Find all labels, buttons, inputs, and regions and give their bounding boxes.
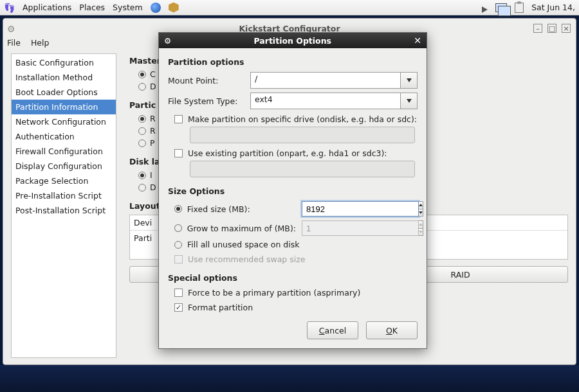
chevron-down-icon (407, 99, 412, 103)
window-maximize-button[interactable]: □ (547, 24, 556, 33)
onpart-label: Use existing partition (onpart, e.g. hda… (188, 148, 387, 158)
size-fixed-up[interactable] (419, 201, 423, 209)
asprimary-label: Force to be a primary partition (asprima… (188, 288, 360, 298)
fstype-label: File System Type: (168, 96, 244, 106)
partic-radio-1-label: R (150, 126, 156, 136)
window-minimize-button[interactable]: – (533, 24, 542, 33)
window-close-button[interactable]: × (562, 24, 571, 33)
size-options-heading: Size Options (168, 186, 418, 196)
sidebar-item-bootloader[interactable]: Boot Loader Options (12, 85, 116, 100)
size-fixed-label: Fixed size (MB): (187, 204, 297, 214)
partition-options-heading: Partition options (168, 57, 418, 67)
cancel-button[interactable]: Cancel (307, 321, 358, 339)
package-manager-icon[interactable] (169, 3, 179, 13)
chevron-down-icon (419, 231, 423, 233)
clipboard-icon[interactable] (515, 3, 524, 13)
mount-point-combo[interactable]: / (250, 72, 401, 89)
size-fixed-radio[interactable] (174, 205, 182, 213)
dialog-app-icon: ⚙ (164, 36, 171, 46)
distro-icon: 👣 (4, 3, 15, 13)
dialog-close-button[interactable]: ✕ (414, 35, 421, 46)
section-sidebar: Basic Configuration Installation Method … (11, 53, 116, 358)
partic-radio-2[interactable] (138, 139, 146, 147)
format-label: Format partition (188, 303, 253, 312)
size-grow-radio[interactable] (174, 224, 182, 232)
sidebar-item-install[interactable]: Installation Method (12, 70, 116, 85)
sidebar-item-auth[interactable]: Authentication (12, 129, 116, 144)
ondisk-input (190, 127, 415, 143)
dialog-title: Partition Options (171, 36, 414, 46)
panel-menu-applications[interactable]: Applications (23, 3, 71, 12)
sidebar-item-basic[interactable]: Basic Configuration (12, 55, 116, 70)
layout-col-1: Devi (134, 218, 152, 227)
ondisk-label: Make partition on specific drive (ondisk… (188, 114, 417, 124)
sidebar-item-postscript[interactable]: Post-Installation Script (12, 203, 116, 218)
disk-radio-0[interactable] (138, 172, 146, 179)
chevron-down-icon (407, 78, 412, 82)
disk-radio-0-label: I (150, 170, 152, 180)
size-fill-radio[interactable] (174, 241, 182, 249)
sidebar-item-firewall[interactable]: Firewall Configuration (12, 144, 116, 159)
panel-menu-system[interactable]: System (113, 3, 143, 12)
menu-file[interactable]: File (7, 38, 21, 48)
onpart-input (190, 161, 415, 177)
fstype-combo[interactable]: ext4 (250, 93, 401, 109)
sidebar-item-display[interactable]: Display Configuration (12, 159, 116, 174)
swap-label: Use recommended swap size (188, 254, 305, 264)
menu-help[interactable]: Help (31, 38, 50, 48)
sidebar-item-network[interactable]: Network Configuration (12, 114, 116, 129)
size-fixed-down[interactable] (419, 209, 423, 217)
size-fill-label: Fill all unused space on disk (187, 240, 299, 249)
sidebar-item-partition[interactable]: Partition Information (12, 100, 116, 114)
sidebar-item-packages[interactable]: Package Selection (12, 174, 116, 188)
size-fixed-input[interactable] (302, 201, 419, 217)
special-options-heading: Special options (168, 273, 418, 283)
size-grow-label: Grow to maximum of (MB): (187, 224, 297, 233)
browser-icon[interactable] (151, 3, 161, 13)
ondisk-checkbox[interactable] (174, 115, 183, 123)
network-icon[interactable] (495, 3, 507, 12)
partic-radio-2-label: P (150, 138, 155, 148)
partic-radio-0-label: R (150, 114, 156, 123)
layout-col-2: Parti (134, 233, 152, 243)
partic-radio-0[interactable] (138, 115, 146, 123)
gnome-panel: 👣 Applications Places System Sat Jun 14, (0, 0, 579, 15)
sidebar-item-prescript[interactable]: Pre-Installation Script (12, 188, 116, 203)
chevron-up-icon (419, 204, 423, 206)
panel-menu-places[interactable]: Places (79, 3, 105, 12)
mount-point-label: Mount Point: (168, 76, 244, 85)
ok-button[interactable]: OK (366, 321, 418, 339)
format-checkbox[interactable] (174, 303, 183, 312)
onpart-checkbox[interactable] (174, 149, 183, 157)
master-radio-0-label: C (150, 69, 156, 79)
panel-clock[interactable]: Sat Jun 14, (531, 3, 575, 12)
disk-radio-1-label: D (150, 183, 156, 192)
partic-radio-1[interactable] (138, 127, 146, 135)
mount-point-dropdown-button[interactable] (401, 72, 418, 89)
disk-radio-1[interactable] (138, 184, 146, 192)
master-radio-1-label: D (150, 82, 156, 91)
chevron-down-icon (419, 211, 423, 214)
fstype-dropdown-button[interactable] (401, 93, 418, 109)
bottom-taskbar (0, 365, 579, 392)
master-radio-1[interactable] (138, 83, 146, 91)
master-radio-0[interactable] (138, 71, 146, 78)
size-grow-up (419, 220, 423, 229)
asprimary-checkbox[interactable] (174, 289, 183, 297)
chevron-up-icon (419, 223, 423, 226)
size-grow-down (419, 229, 423, 236)
size-grow-input (302, 220, 419, 236)
swap-checkbox (174, 255, 183, 263)
volume-icon[interactable] (482, 6, 488, 13)
partition-options-dialog: ⚙ Partition Options ✕ Partition options … (158, 32, 427, 349)
